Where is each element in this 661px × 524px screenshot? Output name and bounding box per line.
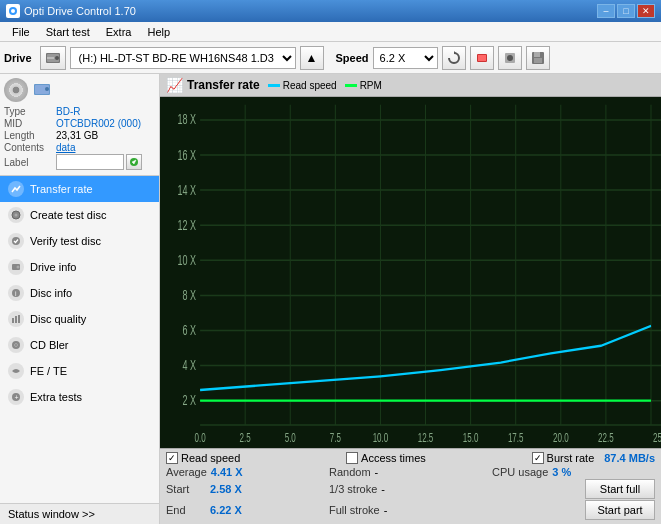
start-full-button[interactable]: Start full <box>585 479 655 499</box>
nav-transfer-rate[interactable]: Transfer rate <box>0 176 159 202</box>
read-speed-checkbox-item: Read speed <box>166 452 240 464</box>
read-speed-checkbox[interactable] <box>166 452 178 464</box>
speed-select[interactable]: 6.2 X <box>373 47 438 69</box>
disc-contents-value[interactable]: data <box>56 142 75 153</box>
nav-drive-info-label: Drive info <box>30 261 76 273</box>
full-stroke-value: - <box>384 504 388 516</box>
disc-mid-row: MID OTCBDR002 (000) <box>4 118 155 129</box>
svg-point-29 <box>12 341 20 349</box>
svg-text:2.5: 2.5 <box>240 431 251 444</box>
disc-type-row: Type BD-R <box>4 106 155 117</box>
disc-label-input[interactable] <box>56 154 124 170</box>
svg-marker-6 <box>454 51 457 54</box>
drive-label: Drive <box>4 52 32 64</box>
average-value: 4.41 X <box>211 466 243 478</box>
menu-extra[interactable]: Extra <box>98 24 140 40</box>
app-icon <box>6 4 20 18</box>
cpu-label: CPU usage <box>492 466 548 478</box>
menu-start-test[interactable]: Start test <box>38 24 98 40</box>
nav-create-test-disc-label: Create test disc <box>30 209 106 221</box>
start-col: Start 2.58 X <box>166 479 329 499</box>
access-times-checkbox-item: Access times <box>346 452 426 464</box>
right-panel: 📈 Transfer rate Read speed RPM <box>160 74 661 524</box>
random-value: - <box>375 466 379 478</box>
disc-info-icon: i <box>8 285 24 301</box>
transfer-rate-icon <box>8 181 24 197</box>
legend-read-speed-label: Read speed <box>283 80 337 91</box>
nav-drive-info[interactable]: Drive info <box>0 254 159 280</box>
stroke-1-label: 1/3 stroke <box>329 483 377 495</box>
full-stroke-col: Full stroke - <box>329 500 492 520</box>
nav-cd-bler-label: CD Bler <box>30 339 69 351</box>
svg-rect-27 <box>15 316 17 323</box>
nav-transfer-rate-label: Transfer rate <box>30 183 93 195</box>
cd-bler-icon <box>8 337 24 353</box>
disc-length-value: 23,31 GB <box>56 130 98 141</box>
svg-text:12 X: 12 X <box>178 217 197 232</box>
nav-disc-quality[interactable]: Disc quality <box>0 306 159 332</box>
verify-test-disc-icon <box>8 233 24 249</box>
drive-select[interactable]: (H:) HL-DT-ST BD-RE WH16NS48 1.D3 <box>70 47 296 69</box>
svg-text:2 X: 2 X <box>183 392 197 407</box>
stats-end-row: End 6.22 X Full stroke - Start part <box>166 500 655 520</box>
nav-extra-tests-label: Extra tests <box>30 391 82 403</box>
svg-point-4 <box>55 56 59 60</box>
nav-disc-info[interactable]: i Disc info <box>0 280 159 306</box>
extra-tests-icon: + <box>8 389 24 405</box>
nav-extra-tests[interactable]: + Extra tests <box>0 384 159 410</box>
disc-label-btn[interactable] <box>126 154 142 170</box>
svg-text:5.0: 5.0 <box>285 431 296 444</box>
nav-cd-bler[interactable]: CD Bler <box>0 332 159 358</box>
svg-text:15.0: 15.0 <box>463 431 479 444</box>
disc-panel-header <box>4 78 155 102</box>
start-part-col: Start part <box>492 500 655 520</box>
start-full-col: Start full <box>492 479 655 499</box>
maximize-button[interactable]: □ <box>617 4 635 18</box>
disc-contents-label: Contents <box>4 142 56 153</box>
svg-rect-33 <box>160 97 661 448</box>
drive-icon-btn[interactable] <box>40 46 66 70</box>
cpu-value: 3 % <box>552 466 571 478</box>
disc-contents-row: Contents data <box>4 142 155 153</box>
random-label: Random <box>329 466 371 478</box>
stats-start-row: Start 2.58 X 1/3 stroke - Start full <box>166 479 655 499</box>
read-speed-checkbox-label: Read speed <box>181 452 240 464</box>
svg-rect-13 <box>534 58 542 63</box>
options-button-1[interactable] <box>470 46 494 70</box>
svg-text:17.5: 17.5 <box>508 431 524 444</box>
disc-quality-icon <box>8 311 24 327</box>
menu-help[interactable]: Help <box>139 24 178 40</box>
fe-te-icon <box>8 363 24 379</box>
save-button[interactable] <box>526 46 550 70</box>
svg-point-23 <box>17 266 20 269</box>
start-part-button[interactable]: Start part <box>585 500 655 520</box>
refresh-button[interactable] <box>442 46 466 70</box>
svg-text:8 X: 8 X <box>183 287 197 302</box>
legend-rpm-color <box>345 84 357 87</box>
app-title: Opti Drive Control 1.70 <box>24 5 136 17</box>
end-col: End 6.22 X <box>166 500 329 520</box>
legend-read-speed: Read speed <box>268 80 337 91</box>
disc-panel: Type BD-R MID OTCBDR002 (000) Length 23,… <box>0 74 159 176</box>
nav-create-test-disc[interactable]: Create test disc <box>0 202 159 228</box>
svg-text:14 X: 14 X <box>178 182 197 197</box>
minimize-button[interactable]: – <box>597 4 615 18</box>
legend-read-speed-color <box>268 84 280 87</box>
nav-fe-te[interactable]: FE / TE <box>0 358 159 384</box>
chart-area: 18 X 16 X 14 X 12 X 10 X 8 X 6 X 4 X 2 X… <box>160 97 661 448</box>
burst-rate-checkbox[interactable] <box>532 452 544 464</box>
disc-label-row: Label <box>4 154 155 170</box>
menu-file[interactable]: File <box>4 24 38 40</box>
nav-disc-quality-label: Disc quality <box>30 313 86 325</box>
status-window-btn[interactable]: Status window >> <box>0 503 159 524</box>
random-col: Random - <box>329 466 492 478</box>
disc-type-label: Type <box>4 106 56 117</box>
close-button[interactable]: ✕ <box>637 4 655 18</box>
options-button-2[interactable] <box>498 46 522 70</box>
end-label: End <box>166 504 206 516</box>
stroke-1-col: 1/3 stroke - <box>329 479 492 499</box>
access-times-checkbox[interactable] <box>346 452 358 464</box>
eject-button[interactable]: ▲ <box>300 46 324 70</box>
nav-verify-test-disc[interactable]: Verify test disc <box>0 228 159 254</box>
menu-bar: File Start test Extra Help <box>0 22 661 42</box>
